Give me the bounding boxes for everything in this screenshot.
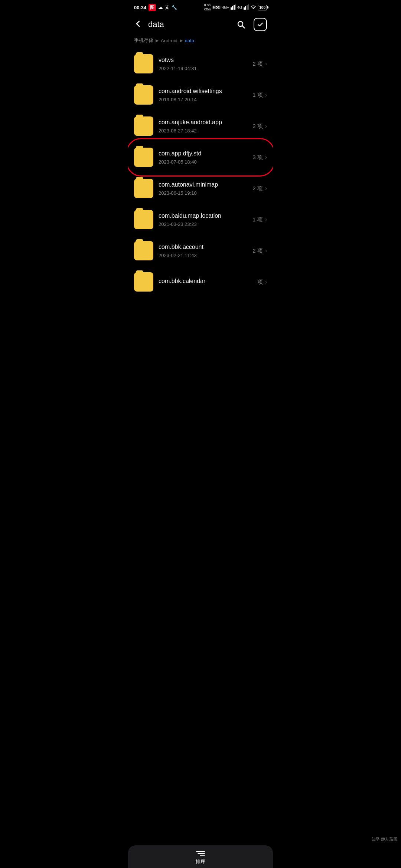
notification-icon-3: 支 bbox=[165, 4, 169, 11]
svg-rect-0 bbox=[231, 7, 232, 10]
file-count-com.android.wifisettings: 1 项 bbox=[252, 92, 263, 99]
notification-icon-1: 图 bbox=[149, 4, 156, 11]
file-info-com.bbk.account: com.bbk.account 2023-02-21 11:43 bbox=[159, 243, 252, 258]
file-meta-partial: 项 › bbox=[257, 279, 267, 286]
back-button[interactable] bbox=[134, 20, 142, 29]
file-info-com.autonavi.minimap: com.autonavi.minimap 2023-06-15 19:10 bbox=[159, 181, 252, 196]
file-date-votws: 2022-11-19 04:31 bbox=[159, 66, 252, 71]
file-date-com.anjuke.android.app: 2023-06-27 18:42 bbox=[159, 128, 252, 134]
file-item-com.anjuke.android.app[interactable]: com.anjuke.android.app 2023-06-27 18:42 … bbox=[128, 111, 273, 142]
breadcrumb-android[interactable]: Android bbox=[161, 38, 177, 43]
file-name-com.bbk.account: com.bbk.account bbox=[159, 243, 252, 251]
file-name-com.anjuke.android.app: com.anjuke.android.app bbox=[159, 119, 252, 126]
file-count-partial: 项 bbox=[257, 279, 263, 286]
notification-icon-2: ☁ bbox=[158, 5, 163, 10]
search-button[interactable] bbox=[234, 18, 248, 31]
folder-icon-com.bbk.account bbox=[134, 241, 153, 260]
file-info-partial: com.bbk.calendar bbox=[159, 277, 257, 287]
chevron-com.app.dfjy.std: › bbox=[265, 154, 267, 161]
svg-rect-3 bbox=[235, 4, 236, 10]
chevron-com.anjuke.android.app: › bbox=[265, 123, 267, 129]
signal-4gplus: 4G+ bbox=[222, 6, 229, 10]
svg-rect-4 bbox=[244, 7, 245, 10]
file-date-com.autonavi.minimap: 2023-06-15 19:10 bbox=[159, 190, 252, 196]
file-info-com.anjuke.android.app: com.anjuke.android.app 2023-06-27 18:42 bbox=[159, 119, 252, 134]
chevron-com.android.wifisettings: › bbox=[265, 92, 267, 98]
svg-line-10 bbox=[242, 26, 245, 29]
file-meta-com.android.wifisettings: 1 项 › bbox=[252, 92, 267, 99]
select-button[interactable] bbox=[254, 18, 267, 31]
file-meta-com.bbk.account: 2 项 › bbox=[252, 247, 267, 254]
file-list: votws 2022-11-19 04:31 2 项 › com.android… bbox=[128, 48, 273, 266]
svg-point-9 bbox=[238, 22, 243, 26]
file-name-com.android.wifisettings: com.android.wifisettings bbox=[159, 88, 252, 95]
folder-icon-com.anjuke.android.app bbox=[134, 116, 153, 136]
file-date-com.app.dfjy.std: 2023-07-05 18:40 bbox=[159, 159, 252, 165]
file-item-com.android.wifisettings[interactable]: com.android.wifisettings 2019-08-17 20:1… bbox=[128, 79, 273, 111]
time-display: 00:34 bbox=[134, 5, 146, 10]
file-info-com.android.wifisettings: com.android.wifisettings 2019-08-17 20:1… bbox=[159, 88, 252, 102]
file-meta-com.anjuke.android.app: 2 项 › bbox=[252, 123, 267, 130]
file-count-com.baidu.map.location: 1 项 bbox=[252, 216, 263, 223]
chevron-com.bbk.account: › bbox=[265, 247, 267, 254]
file-item-com.bbk.account[interactable]: com.bbk.account 2023-02-21 11:43 2 项 › bbox=[128, 235, 273, 266]
chevron-partial: › bbox=[265, 279, 267, 285]
file-item-wrapper-com.baidu.map.location: com.baidu.map.location 2021-03-23 23:23 … bbox=[128, 204, 273, 235]
breadcrumb-arrow-1: ▶ bbox=[156, 38, 159, 43]
file-item-wrapper-com.autonavi.minimap: com.autonavi.minimap 2023-06-15 19:10 2 … bbox=[128, 173, 273, 204]
breadcrumb: 手机存储 ▶ Android ▶ data bbox=[128, 36, 273, 48]
file-item-wrapper-com.anjuke.android.app: com.anjuke.android.app 2023-06-27 18:42 … bbox=[128, 111, 273, 142]
file-meta-com.autonavi.minimap: 2 项 › bbox=[252, 185, 267, 192]
battery-icon: 100 bbox=[258, 5, 267, 10]
svg-rect-5 bbox=[245, 6, 246, 10]
folder-icon-partial bbox=[134, 272, 153, 292]
file-item-wrapper-com.android.wifisettings: com.android.wifisettings 2019-08-17 20:1… bbox=[128, 79, 273, 111]
file-date-com.android.wifisettings: 2019-08-17 20:14 bbox=[159, 97, 252, 102]
file-meta-votws: 2 项 › bbox=[252, 60, 267, 68]
file-date-com.baidu.map.location: 2021-03-23 23:23 bbox=[159, 221, 252, 227]
file-name-votws: votws bbox=[159, 56, 252, 64]
status-right: 0.00 KB/s HD2 4G+ 4G bbox=[204, 3, 267, 11]
file-meta-com.app.dfjy.std: 3 项 › bbox=[252, 154, 267, 161]
signal-4g: 4G bbox=[237, 6, 242, 10]
chevron-com.baidu.map.location: › bbox=[265, 216, 267, 223]
file-item-votws[interactable]: votws 2022-11-19 04:31 2 项 › bbox=[128, 48, 273, 79]
svg-rect-1 bbox=[232, 6, 233, 10]
chevron-com.autonavi.minimap: › bbox=[265, 185, 267, 192]
file-item-com.baidu.map.location[interactable]: com.baidu.map.location 2021-03-23 23:23 … bbox=[128, 204, 273, 235]
signal-bars-2 bbox=[244, 4, 249, 10]
hd-badge: HD2 bbox=[212, 6, 221, 9]
header-actions bbox=[234, 18, 267, 31]
file-count-com.autonavi.minimap: 2 项 bbox=[252, 185, 263, 192]
file-date-com.bbk.account: 2023-02-21 11:43 bbox=[159, 253, 252, 258]
signal-bars-1 bbox=[231, 4, 236, 10]
file-meta-com.baidu.map.location: 1 项 › bbox=[252, 216, 267, 223]
file-info-com.app.dfjy.std: com.app.dfjy.std 2023-07-05 18:40 bbox=[159, 150, 252, 165]
file-name-com.baidu.map.location: com.baidu.map.location bbox=[159, 212, 252, 220]
folder-icon-com.autonavi.minimap bbox=[134, 179, 153, 198]
file-count-com.bbk.account: 2 项 bbox=[252, 247, 263, 254]
net-speed: 0.00 KB/s bbox=[204, 3, 211, 11]
file-item-partial[interactable]: com.bbk.calendar 项 › bbox=[128, 266, 273, 295]
breadcrumb-home[interactable]: 手机存储 bbox=[134, 37, 153, 44]
status-bar: 00:34 图 ☁ 支 🔧 0.00 KB/s HD2 4G+ 4G bbox=[128, 0, 273, 13]
svg-rect-7 bbox=[248, 4, 249, 10]
status-left: 00:34 图 ☁ 支 🔧 bbox=[134, 4, 177, 11]
file-info-com.baidu.map.location: com.baidu.map.location 2021-03-23 23:23 bbox=[159, 212, 252, 227]
svg-rect-2 bbox=[234, 5, 235, 10]
chevron-votws: › bbox=[265, 60, 267, 67]
svg-point-8 bbox=[253, 8, 254, 9]
file-name-partial: com.bbk.calendar bbox=[159, 277, 257, 285]
folder-icon-com.app.dfjy.std bbox=[134, 148, 153, 167]
folder-icon-votws bbox=[134, 54, 153, 73]
file-item-wrapper-com.bbk.account: com.bbk.account 2023-02-21 11:43 2 项 › bbox=[128, 235, 273, 266]
file-info-votws: votws 2022-11-19 04:31 bbox=[159, 56, 252, 71]
breadcrumb-arrow-2: ▶ bbox=[180, 38, 183, 43]
file-item-com.autonavi.minimap[interactable]: com.autonavi.minimap 2023-06-15 19:10 2 … bbox=[128, 173, 273, 204]
file-name-com.autonavi.minimap: com.autonavi.minimap bbox=[159, 181, 252, 189]
folder-icon-com.baidu.map.location bbox=[134, 210, 153, 229]
file-item-com.app.dfjy.std[interactable]: com.app.dfjy.std 2023-07-05 18:40 3 项 › bbox=[128, 142, 273, 173]
notification-icon-4: 🔧 bbox=[172, 5, 177, 10]
folder-icon-com.android.wifisettings bbox=[134, 85, 153, 105]
file-name-com.app.dfjy.std: com.app.dfjy.std bbox=[159, 150, 252, 158]
